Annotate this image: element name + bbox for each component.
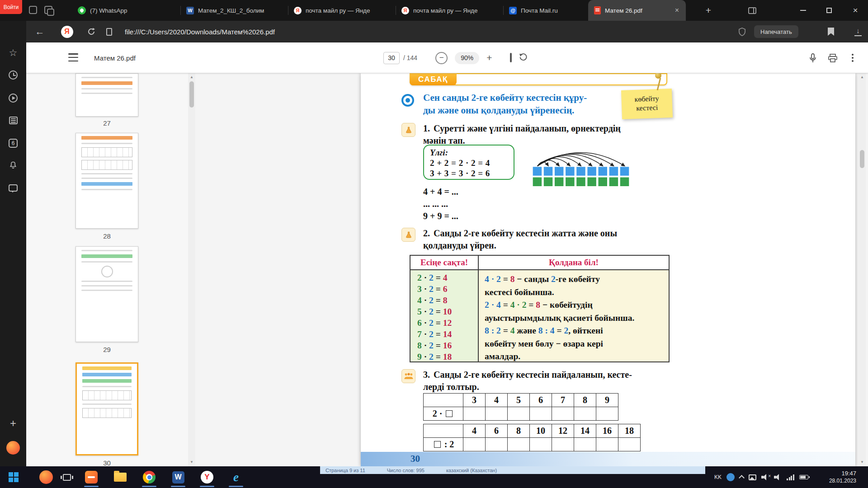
taskbar-app-orange[interactable] [83, 466, 99, 488]
page-footer-band [361, 452, 855, 466]
maximize-icon [826, 8, 832, 13]
tab-mail-yandex-2[interactable]: Я почта майл ру — Янде [396, 0, 503, 21]
taskbar-app-yandex-browser[interactable]: Y [199, 466, 215, 488]
header-cell: 6 [486, 424, 508, 438]
notifications-button[interactable] [0, 158, 26, 173]
address-bar[interactable]: file:///C:/Users/2020/Downloads/Матем%20… [125, 21, 275, 42]
minimize-button[interactable] [793, 0, 813, 21]
thumbnail-page-27[interactable] [75, 73, 138, 117]
browser-side-panel: ☆ 6 + [0, 21, 26, 466]
windows-taskbar: Страница 9 из 11 Число слов: 995 казахск… [0, 466, 868, 488]
tab-word-doc[interactable]: W Матем_2_КШ_2_болим [180, 0, 288, 21]
thumbnail-page-28[interactable] [75, 133, 138, 229]
thumbnails-scrollbar-track[interactable] [188, 73, 195, 466]
taskbar-app-chrome[interactable] [141, 466, 157, 488]
scroll-up-arrow[interactable]: ▲ [188, 74, 195, 80]
tab-pdf-active[interactable]: Матем 26.pdf × [588, 0, 686, 21]
tab-strip: (7) WhatsApp W Матем_2_КШ_2_болим Я почт… [72, 0, 686, 21]
header-cell: 4 [463, 424, 486, 438]
voice-reader-button[interactable] [803, 42, 823, 73]
header-cell: 3 [463, 394, 486, 407]
zoom-in-button[interactable]: + [486, 52, 492, 63]
yandex-home-button[interactable]: Я [59, 21, 75, 42]
maximize-button[interactable] [819, 0, 839, 21]
protect-button[interactable] [734, 21, 750, 42]
shield-icon [738, 28, 746, 36]
tab-stack-icon[interactable] [44, 6, 52, 14]
page-number: 30 [410, 453, 420, 465]
exercise-2-text: 2.Санды 2-ге көбейту кестесін жатта және… [423, 228, 617, 239]
messenger-button[interactable] [0, 180, 26, 196]
example-line: 2 + 2 = 2 · 2 = 4 [430, 158, 508, 168]
text-segment: = [434, 352, 443, 361]
thumbnail-label: 30 [75, 459, 138, 467]
scroll-down-arrow[interactable]: ▼ [188, 459, 195, 465]
network-signal-icon[interactable] [787, 474, 794, 480]
tray-app-icon[interactable] [726, 473, 735, 481]
fit-page-button[interactable] [510, 54, 512, 62]
video-button[interactable] [0, 90, 26, 106]
answer-cell [574, 407, 596, 421]
tabs-counter-button[interactable]: 6 [0, 136, 26, 151]
corner-cell [424, 424, 463, 438]
favorites-button[interactable]: ☆ [0, 45, 26, 61]
muted-speaker-icon[interactable]: × [761, 474, 769, 480]
tab-strip-icon[interactable] [29, 6, 37, 14]
panels-button[interactable] [742, 0, 762, 21]
back-button[interactable]: ← [32, 21, 48, 42]
page-info-button[interactable] [102, 21, 116, 42]
zoom-level[interactable]: 90% [455, 52, 479, 64]
downloads-button[interactable]: ↓ [850, 21, 866, 42]
text-segment: 2 [429, 341, 434, 350]
text-segment: 18 [443, 352, 452, 361]
collections-button[interactable] [823, 21, 839, 42]
thumbnail-page-29[interactable] [75, 246, 138, 342]
tab-mail-yandex-1[interactable]: Я почта майл ру — Янде [288, 0, 396, 21]
speaker-icon[interactable] [774, 474, 782, 480]
thumbnail-preview [82, 366, 132, 370]
print-page-button[interactable]: Напечатать [754, 25, 798, 38]
rotate-button[interactable] [519, 53, 528, 63]
taskbar-clock[interactable]: 19:47 28.01.2023 [829, 469, 856, 485]
battery-icon[interactable] [799, 475, 808, 479]
text-segment: 10 [443, 307, 452, 316]
history-button[interactable] [0, 67, 26, 83]
word-icon: W [172, 471, 184, 483]
add-panel-button[interactable]: + [0, 416, 26, 431]
taskbar-app-ie[interactable]: e [228, 466, 244, 488]
scroll-down-arrow[interactable]: ▼ [859, 459, 866, 465]
close-window-button[interactable]: × [845, 0, 865, 21]
header-cell: 8 [574, 394, 596, 407]
news-button[interactable] [0, 113, 26, 128]
page-number-input[interactable]: 30 [383, 52, 400, 64]
thumbnails-scrollbar-thumb[interactable] [189, 81, 194, 108]
keyboard-language[interactable]: KK [714, 474, 722, 480]
image-tray-icon[interactable] [749, 474, 756, 480]
pdf-icon [594, 6, 601, 14]
taskbar-app-explorer[interactable] [112, 466, 128, 488]
pdf-menu-button[interactable] [68, 53, 78, 61]
close-tab-icon[interactable]: × [674, 6, 680, 14]
hidden-icons-chevron[interactable] [739, 475, 745, 481]
yandex-browser-icon: Y [201, 471, 213, 483]
answer-cell [463, 407, 486, 421]
zoom-out-button[interactable]: − [435, 52, 448, 64]
pdf-more-button[interactable] [843, 42, 863, 73]
thumbnail-page-30-selected[interactable] [75, 362, 138, 455]
print-pdf-button[interactable] [823, 42, 843, 73]
yandex-login-button[interactable]: Войти [0, 0, 22, 14]
mute-x: × [768, 474, 771, 479]
taskbar-alisa-button[interactable] [37, 466, 55, 488]
task-view-button[interactable] [58, 466, 76, 488]
alisa-button[interactable] [0, 440, 26, 455]
viewer-scrollbar-thumb[interactable] [860, 150, 864, 168]
reload-button[interactable] [83, 21, 99, 42]
tab-whatsapp[interactable]: (7) WhatsApp [72, 0, 180, 21]
start-button[interactable] [4, 466, 24, 488]
new-tab-button[interactable]: + [702, 4, 715, 17]
viewer-scrollbar-track[interactable] [859, 73, 866, 466]
scroll-up-arrow[interactable]: ▲ [859, 74, 866, 80]
fill-table-multiply: 34567892 · [423, 393, 618, 421]
tab-mailru[interactable]: @ Почта Mail.ru [503, 0, 588, 21]
taskbar-app-word[interactable]: W [170, 466, 186, 488]
